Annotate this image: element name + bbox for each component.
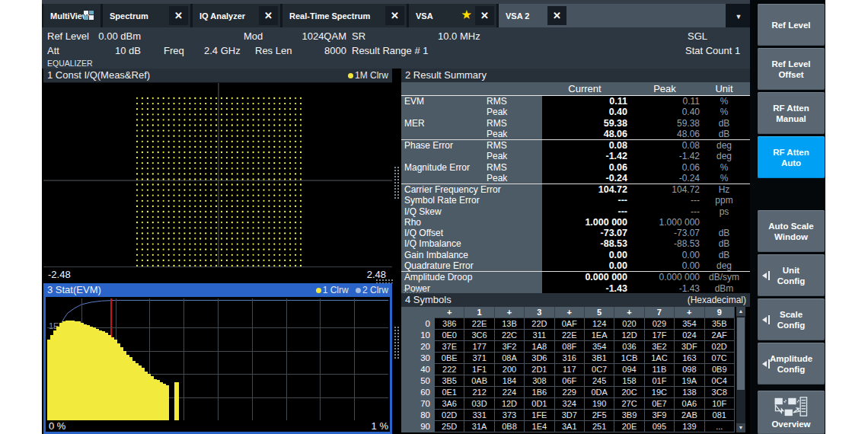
histogram-bar <box>174 382 179 420</box>
result-param: I/Q Skew <box>401 206 542 217</box>
splitter-grip[interactable] <box>394 166 400 199</box>
att-value[interactable]: 10 dB <box>80 44 141 58</box>
result-range-field[interactable]: Result Range # 1 <box>352 44 428 58</box>
result-row: I/Q Skew------ps <box>401 206 750 217</box>
symbol-cell: 229 <box>555 387 585 398</box>
symbol-cell: 308 <box>525 375 554 387</box>
result-unit: ps <box>701 206 747 217</box>
tab-iq-analyzer[interactable]: IQ Analyzer ✕ <box>193 4 280 27</box>
symbol-cell: 0BE <box>435 353 464 364</box>
softkey-ref-level[interactable]: Ref Level <box>758 4 825 46</box>
result-row: Amplitude Droop0.000 0000.000 000dB/sym <box>401 272 750 282</box>
result-param: Quadrature Error <box>401 260 542 271</box>
mod-value[interactable]: 1024QAM <box>270 30 346 43</box>
result-row: Rho1.000 0001.000 000 <box>401 217 750 228</box>
res-len-value[interactable]: 8000 <box>286 44 346 58</box>
scroll-down-icon[interactable]: ▼ <box>736 423 745 432</box>
close-icon[interactable]: ✕ <box>385 6 404 25</box>
x-left-label: 0 % <box>49 420 65 432</box>
symbols-row-number: 40 <box>401 364 435 375</box>
freq-value[interactable]: 2.4 GHz <box>204 44 241 58</box>
result-current: -88.53 <box>542 238 627 249</box>
close-icon[interactable]: ✕ <box>475 6 494 25</box>
result-current: -1.43 <box>542 283 627 294</box>
symbol-cell: 20E <box>614 421 644 432</box>
att-label[interactable]: Att <box>47 44 59 58</box>
symbol-cell: 3F9 <box>645 410 675 421</box>
symbol-cell: 12D <box>614 330 644 341</box>
window-symbols: 4 Symbols (Hexadecimal) +1+3+5+7+9038622… <box>401 293 750 434</box>
softkey-ref-level-offset[interactable]: Ref LevelOffset <box>758 48 825 90</box>
result-row: I/Q Offset-73.07-73.07dB <box>401 228 750 238</box>
window-stat-evm-header[interactable]: 3 Stat(EVM) 1 Clrw 2 Clrw <box>43 283 392 297</box>
sr-label[interactable]: SR <box>352 30 365 43</box>
window-const-iq-header[interactable]: 1 Const I/Q(Meas&Ref) 1M Clrw <box>43 69 392 82</box>
result-param: Amplitude Droop <box>401 272 542 282</box>
softkey-rf-atten-manual[interactable]: RF AttenManual <box>758 92 825 134</box>
softkey-amplitude-config[interactable]: AmplitudeConfig <box>758 343 825 385</box>
window-symbols-header[interactable]: 4 Symbols (Hexadecimal) <box>401 293 750 307</box>
tab-vsa2[interactable]: VSA 2 ✕ <box>499 4 726 27</box>
col-unit: Unit <box>701 82 747 95</box>
softkey-rf-atten-auto[interactable]: RF AttenAuto <box>758 136 825 178</box>
evm-x-axis: 0 % 1 % <box>46 420 390 434</box>
window-const-iq: 1 Const I/Q(Meas&Ref) 1M Clrw -2.48 2.48 <box>43 69 392 282</box>
scroll-up-icon[interactable]: ▲ <box>736 307 745 316</box>
result-current: 0.08 <box>542 140 627 151</box>
result-current: 59.38 <box>542 118 627 129</box>
mod-label[interactable]: Mod <box>244 30 263 43</box>
vertical-splitter[interactable] <box>392 69 401 434</box>
symbols-col-header: 1 <box>464 307 494 318</box>
splitter-grip[interactable] <box>394 326 400 359</box>
symbols-scrollbar[interactable]: ▲ ▼ <box>736 307 745 432</box>
symbols-col-header: 7 <box>645 307 675 318</box>
symbols-row-number: 80 <box>401 410 435 421</box>
close-icon[interactable]: ✕ <box>547 6 566 25</box>
freq-label[interactable]: Freq <box>164 44 184 58</box>
tab-real-time-spectrum[interactable]: Real-Time Spectrum ✕ <box>282 4 407 27</box>
tab-multiview-label: MultiView <box>50 11 89 21</box>
channel-settings-bar: Ref Level 0.00 dBm Mod 1024QAM SR 10.0 M… <box>42 27 750 69</box>
result-current: 48.06 <box>542 129 627 139</box>
symbols-row: 038622E13B22D0AF12402002935435B <box>401 318 736 330</box>
result-row: Quadrature Error0.000.00deg <box>401 260 750 272</box>
close-icon[interactable]: ✕ <box>169 6 188 25</box>
gridline <box>183 298 184 420</box>
tab-multiview[interactable]: MultiView <box>43 4 101 27</box>
result-param: Phase Error <box>401 140 542 151</box>
result-unit: deg <box>701 151 747 161</box>
softkey-overview[interactable]: Overview <box>758 391 825 434</box>
symbols-row: 600E12122241B62290DA20C19C1383C8 <box>401 387 736 398</box>
ref-level-value[interactable]: 0.00 dBm <box>80 30 141 43</box>
scrollbar-thumb[interactable] <box>737 318 745 390</box>
channel-tab-bar: MultiView Spectrum ✕ IQ Analyzer ✕ Real-… <box>42 4 750 27</box>
close-icon[interactable]: ✕ <box>259 6 278 25</box>
symbol-cell: 371 <box>464 353 494 364</box>
gridline <box>354 298 355 420</box>
result-peak: 0.11 <box>630 96 700 107</box>
symbols-mode-label: (Hexadecimal) <box>688 293 746 307</box>
tab-overflow-caret-icon[interactable]: ▼ <box>731 13 746 24</box>
symbol-cell: 22E <box>555 330 585 341</box>
trace1-label: 1 Clrw <box>323 285 349 295</box>
result-row: Peak0.400.40% <box>401 107 750 117</box>
submenu-icon <box>762 359 770 369</box>
tab-spectrum-label: Spectrum <box>110 11 148 21</box>
softkey-unit-config[interactable]: UnitConfig <box>758 254 825 296</box>
result-unit: % <box>701 162 747 173</box>
softkey-scale-config[interactable]: ScaleConfig <box>758 298 825 340</box>
multiview-grid-icon <box>84 11 94 21</box>
result-param <box>401 173 542 183</box>
window-result-summary-header[interactable]: 2 Result Summary <box>401 69 750 82</box>
softkey-auto-scale-window[interactable]: Auto ScaleWindow <box>758 210 825 252</box>
result-current: 0.000 000 <box>542 272 627 282</box>
sr-value[interactable]: 10.0 MHz <box>438 30 480 43</box>
symbol-cell: 0B8 <box>495 421 525 432</box>
symbols-row-number: 0 <box>401 318 435 330</box>
symbol-cell: 373 <box>495 410 525 421</box>
result-param <box>401 151 542 161</box>
tab-spectrum[interactable]: Spectrum ✕ <box>103 4 190 27</box>
symbol-cell: 3F2 <box>495 341 525 353</box>
tab-vsa[interactable]: VSA ★ ✕ <box>409 4 496 27</box>
result-param: MER <box>401 118 542 129</box>
